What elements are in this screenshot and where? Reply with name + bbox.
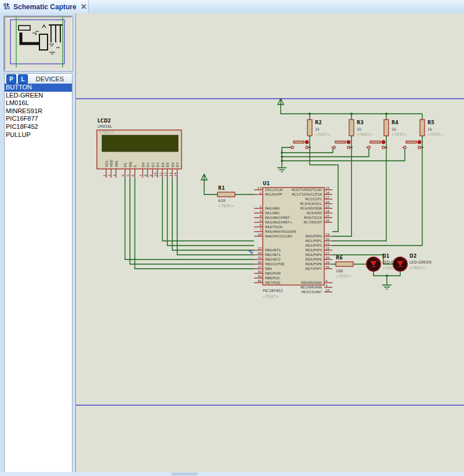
chip-pin-name: RB1/INT1 [265,253,281,257]
chip-pin-name: MCLR/VPP [265,193,282,196]
chip-pin-number: 1 [260,191,262,194]
chip-pin-number: 13 [258,186,262,190]
chip-pin-number: 8 [325,279,328,283]
horizontal-scrollbar[interactable] [0,472,464,476]
resistor-r6[interactable] [336,262,353,266]
chip-pin-name: RC4/SDI/SDA [300,207,322,210]
chip-pin-number: 19 [325,233,329,236]
chip-pin-name: RB5/PGM [265,272,281,275]
resistor-ref: R6 [336,255,343,261]
resistor-text: <TEXT> [427,132,443,137]
lcd-pin-number: 11 [159,172,162,176]
chip-pin-name: RA3/AN3/VREF+ [265,221,292,224]
lcd-model: LM016L [97,124,113,129]
device-list[interactable]: BUTTONLED-GREENLM016LMINRES91RPIC16F877P… [4,84,72,473]
tab-bar: Schematic Capture ✕ [0,0,464,14]
device-list-item-minres91r[interactable]: MINRES91R [5,107,72,116]
chip-pin-number: 7 [260,228,262,232]
lcd-pin-number: 5 [126,174,130,176]
device-list-item-led-green[interactable]: LED-GREEN [5,92,72,100]
resistor-value: 1k [392,127,396,132]
chip-pin-number: 5 [260,219,262,222]
chip-pin-name: RA4/T0CKI [265,225,282,229]
resistor-value: 1k [427,127,432,132]
power-arrow-icon[interactable] [201,174,207,180]
tab-title: Schematic Capture [13,3,77,11]
chip-pin-name: RC5/SDO [307,211,322,215]
lcd-pin-number: 6 [131,174,135,176]
chip-pin-name: RC1/T1OSI/CCP2A [292,193,322,196]
lcd-pin-name: D4 [161,163,165,167]
chip-pin-number: 2 [260,205,262,208]
lcd-pin-number: 3 [113,174,116,176]
device-list-item-button[interactable]: BUTTON [5,84,72,92]
device-list-item-pic16f877[interactable]: PIC16F877 [5,115,72,123]
chip-pin-number: 26 [325,219,329,222]
lcd-pin-number: 1 [103,175,106,177]
lcd-pin-name: D7 [176,163,179,167]
chip-pin-number: 16 [325,191,329,194]
resistor-ref: R5 [427,120,434,125]
scrollbar-thumb[interactable] [171,473,198,475]
chip-pin-name: OSC1/CLKI [265,188,283,192]
lcd-ref: LCD2 [97,118,111,124]
lcd-pin-name: D6 [171,163,175,167]
lcd-pin-name: E [133,165,137,167]
resistor-ref: R4 [392,120,398,125]
device-list-item-pic18f452[interactable]: PIC18F452 [5,123,72,131]
resistor-text: <TEXT> [218,204,234,208]
led-ref: D2 [409,254,416,259]
chip-pin-number: 10 [325,289,329,292]
tab-close-icon[interactable]: ✕ [81,2,87,11]
lcd-pin-number: 13 [169,172,172,176]
chip-pin-number: 20 [325,237,329,241]
chip-text: <TEXT> [263,294,278,299]
chip-pin-name: RD3/PSP3 [306,248,322,252]
schematic-canvas[interactable]: R2 1k <TEXT> R3 1k <TEXT> R4 1k <TEXT> R… [75,13,464,472]
chip-pin-name: RC0/T1OSO/T1CKI [292,188,322,192]
resistor-value: 1k [315,127,320,132]
resistor-ref: R2 [315,120,322,125]
chip-pin-name: RC7/RX/DT [304,221,322,224]
lcd-pin-name: RS [124,163,127,167]
chip-pin-name: RA6/OSC2/CLKO [265,235,292,238]
led-part: LED-GREEN [409,260,432,265]
chip-pin-number: 28 [325,256,329,259]
chip-pin-name: RC6/TX/CK [304,216,322,219]
tab-schematic-capture[interactable]: Schematic Capture ✕ [0,0,89,13]
resistor-r1[interactable] [217,192,235,197]
chip-pin-number: 18 [325,200,329,204]
chip-pin-number: 3 [260,210,262,213]
device-list-item-pullup[interactable]: PULLUP [5,131,72,139]
chip-pin-name: RB2/INT2 [265,258,281,261]
lcd-pin-name: VDD [110,160,113,167]
chip-pin-name: RE0/RD/AN5 [301,281,322,284]
schematic-overview-panel[interactable] [4,16,72,71]
led-d1[interactable] [367,257,380,271]
lcd-pin-number: 10 [154,172,157,176]
chip-pin-number: 37 [258,265,262,269]
lcd-pin-number: 2 [107,175,111,177]
chip-pin-name: RE2/CS/AN7 [302,290,322,294]
library-button[interactable]: L [18,74,28,84]
resistor-text: <TEXT> [336,274,351,279]
power-arrow-icon[interactable] [278,99,284,104]
lcd-pin-name: VEE [115,160,118,167]
chip-pin-name: RD2/PSP2 [306,244,322,247]
chip-pin-name: RD4/PSP4 [306,253,322,257]
lcd-pin-name: VSS [105,160,108,167]
chip-pin-number: 6 [260,223,262,227]
lcd-pin-name: D2 [151,163,155,167]
chip-pin-number: 38 [258,270,262,273]
lcd-pin-name: D0 [142,163,145,167]
pick-devices-button[interactable]: P [6,74,16,84]
led-d2[interactable] [393,257,407,271]
chip-pin-number: 34 [258,251,262,255]
chip-pin-name: RA0/AN0 [265,207,280,210]
device-list-item-lm016l[interactable]: LM016L [5,99,72,107]
led-ref: D1 [382,254,390,259]
lcd-text: <TEXT> [99,130,114,135]
overview-thumbnail [5,17,69,67]
lcd-pin-name: D1 [146,163,150,167]
chip-pin-number: 36 [258,261,262,264]
